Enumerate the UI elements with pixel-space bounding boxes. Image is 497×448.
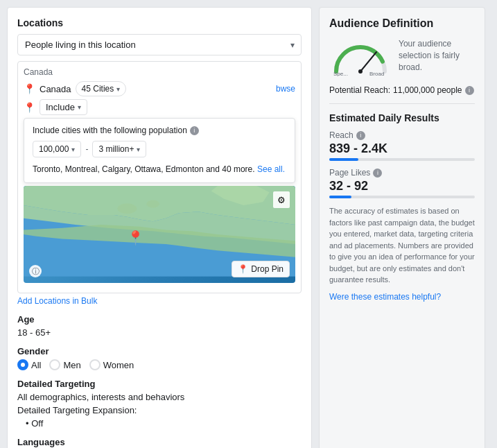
min-pop-label: 100,000 <box>39 144 69 154</box>
max-pop-label: 3 million+ <box>98 144 134 154</box>
tooltip-title: Include cities with the following popula… <box>33 126 286 135</box>
include-pin-icon: 📍 <box>24 102 35 113</box>
reach-info-icon[interactable]: i <box>356 131 365 140</box>
drop-pin-icon: 📍 <box>238 264 248 274</box>
drop-pin-button[interactable]: 📍 Drop Pin <box>232 261 290 277</box>
gauge-wrapper: Spe... Broad <box>329 38 392 78</box>
estimated-daily-title: Estimated Daily Results <box>329 112 475 123</box>
gender-men-radio[interactable] <box>49 359 60 370</box>
include-row: 📍 Include <box>24 99 295 115</box>
svg-text:Spe...: Spe... <box>333 71 348 76</box>
svg-point-6 <box>146 200 159 208</box>
living-dropdown[interactable]: People living in this location <box>17 34 302 55</box>
drop-pin-label: Drop Pin <box>251 264 284 274</box>
canada-box: Canada 📍 Canada 45 Cities bwse 📍 Include <box>17 61 302 293</box>
targeting-expansion-label: Detailed Targeting Expansion: <box>17 405 302 415</box>
audience-definition-title: Audience Definition <box>329 17 475 30</box>
include-dropdown[interactable]: Include <box>40 99 87 115</box>
age-label: Age <box>17 314 302 325</box>
cities-count-label: 45 Cities <box>82 84 114 94</box>
right-panel: Audience Definition Spe... Broad <box>319 7 485 448</box>
reach-metric-row: Reach i 839 - 2.4K <box>329 130 475 161</box>
targeting-expansion-value: • Off <box>17 418 302 429</box>
gender-label: Gender <box>17 346 302 356</box>
pop-dash: - <box>85 144 88 154</box>
page-likes-label: Page Likes i <box>329 168 475 178</box>
see-all-link[interactable]: See all. <box>257 164 285 174</box>
browse-link[interactable]: bwse <box>276 84 295 94</box>
map-info-icon[interactable]: ⓘ <box>29 265 42 277</box>
audience-description: Your audience selection is fairly broad. <box>399 38 475 73</box>
page-likes-bar-bg <box>329 196 475 198</box>
potential-reach-value: 11,000,000 people <box>393 85 462 95</box>
left-panel: Locations People living in this location… <box>7 7 312 448</box>
tooltip-info-icon[interactable]: i <box>190 126 199 135</box>
divider <box>329 103 475 104</box>
map-container: 📍 ⚙ ⓘ 📍 Drop Pin <box>24 186 295 283</box>
page-likes-value: 32 - 92 <box>329 179 475 193</box>
cities-button[interactable]: 45 Cities <box>76 81 127 96</box>
canada-country-label: Canada <box>40 84 71 94</box>
gender-options-row: All Men Women <box>17 359 302 370</box>
locations-title: Locations <box>17 17 302 28</box>
reach-label: Reach i <box>329 130 475 140</box>
add-locations-bulk-link[interactable]: Add Locations in Bulk <box>17 296 302 306</box>
include-label: Include <box>46 102 75 112</box>
gauge-svg: Spe... Broad <box>329 38 392 76</box>
svg-point-5 <box>117 203 137 214</box>
potential-reach-row: Potential Reach: 11,000,000 people i <box>329 85 475 95</box>
city-list: Toronto, Montreal, Calgary, Ottawa, Edmo… <box>33 163 286 175</box>
svg-point-8 <box>358 69 363 74</box>
reach-value: 839 - 2.4K <box>329 141 475 156</box>
svg-text:Broad: Broad <box>369 71 384 76</box>
gender-men-option[interactable]: Men <box>49 359 80 370</box>
min-population-dropdown[interactable]: 100,000 <box>33 141 81 157</box>
reach-bar-fill <box>329 158 358 161</box>
population-row: 100,000 - 3 million+ <box>33 141 286 157</box>
location-pin-icon: 📍 <box>24 83 35 94</box>
gender-all-option[interactable]: All <box>17 359 41 370</box>
helpful-link[interactable]: Were these estimates helpful? <box>329 292 441 302</box>
reach-bar-bg <box>329 158 475 161</box>
canada-row: 📍 Canada 45 Cities bwse <box>24 81 295 96</box>
potential-reach-info-icon[interactable]: i <box>465 86 474 95</box>
population-tooltip: Include cities with the following popula… <box>24 118 295 183</box>
max-population-dropdown[interactable]: 3 million+ <box>92 141 146 157</box>
gender-all-radio[interactable] <box>17 359 28 370</box>
page-likes-info-icon[interactable]: i <box>373 169 382 178</box>
gender-women-option[interactable]: Women <box>89 359 134 370</box>
potential-reach-label: Potential Reach: <box>329 85 390 95</box>
map-gear-icon[interactable]: ⚙ <box>273 191 290 208</box>
canada-header: Canada <box>24 67 295 77</box>
detailed-targeting-label: Detailed Targeting <box>17 379 302 389</box>
map-center-pin: 📍 <box>127 230 144 246</box>
gender-women-radio[interactable] <box>89 359 101 370</box>
languages-label: Languages <box>17 437 302 447</box>
detailed-targeting-value: All demographics, interests and behavior… <box>17 392 302 402</box>
age-value: 18 - 65+ <box>17 327 302 338</box>
page-likes-metric-row: Page Likes i 32 - 92 <box>329 168 475 198</box>
accuracy-note: The accuracy of estimates is based on fa… <box>329 205 475 286</box>
gauge-container: Spe... Broad Your audience selection is … <box>329 38 475 78</box>
page-likes-bar-fill <box>329 196 351 198</box>
living-dropdown-wrapper[interactable]: People living in this location <box>17 34 302 55</box>
svg-line-7 <box>360 52 376 71</box>
